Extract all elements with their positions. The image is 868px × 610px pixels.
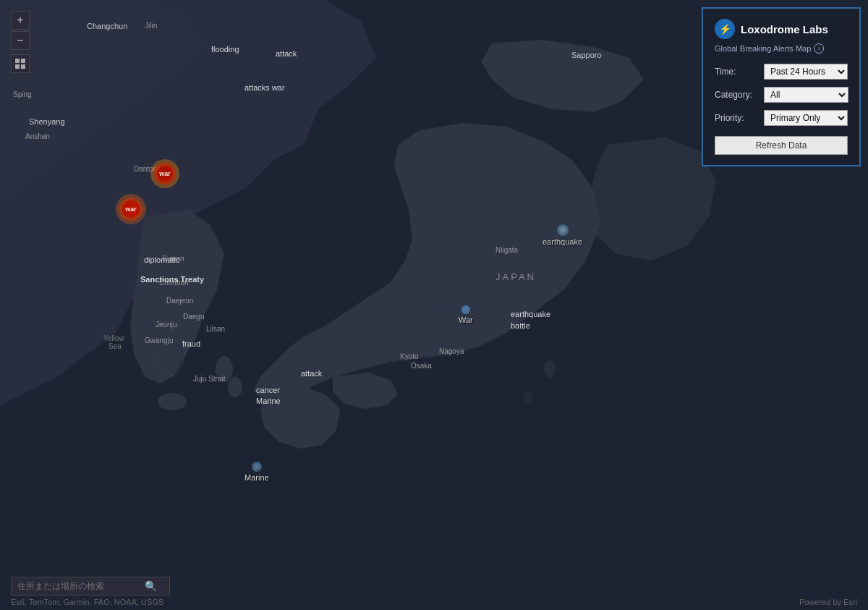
priority-row: Priority: All Primary Only Secondary Onl…	[715, 110, 848, 126]
search-bar[interactable]: 🔍	[11, 577, 170, 596]
category-label: Category:	[715, 90, 760, 100]
info-icon[interactable]: i	[814, 43, 824, 54]
time-select[interactable]: Past 1 Hour Past 6 Hours Past 12 Hours P…	[764, 64, 848, 80]
category-select[interactable]: All War Natural Disaster Politics Health…	[764, 87, 848, 103]
attribution-left: Esri, TomTom, Garmin, FAO, NOAA, USGS	[11, 598, 163, 606]
panel-header: ⚡ Loxodrome Labs	[715, 19, 848, 39]
alert-marine-dot: Marine	[244, 462, 269, 482]
panel-logo-icon: ⚡	[715, 19, 735, 39]
svg-point-4	[544, 360, 556, 378]
panel-subtitle: Global Breaking Alerts Map i	[715, 43, 848, 54]
refresh-button[interactable]: Refresh Data	[715, 136, 848, 155]
category-row: Category: All War Natural Disaster Polit…	[715, 87, 848, 103]
zoom-in-button[interactable]: +	[11, 11, 30, 30]
search-input[interactable]	[17, 581, 140, 591]
time-row: Time: Past 1 Hour Past 6 Hours Past 12 H…	[715, 64, 848, 80]
map-container: + − Changchun Jilin Sping Sapporo Shenya…	[0, 0, 868, 610]
war-marker-1: war	[150, 159, 179, 188]
panel-title: Loxodrome Labs	[741, 23, 828, 35]
alert-war-japan: War	[459, 305, 473, 324]
war-marker-2: war	[116, 194, 146, 224]
svg-rect-8	[15, 59, 20, 63]
grid-view-button[interactable]	[11, 54, 30, 73]
priority-label: Priority:	[715, 113, 760, 123]
svg-rect-11	[21, 64, 25, 69]
svg-rect-9	[21, 59, 25, 63]
zoom-out-button[interactable]: −	[11, 31, 30, 50]
svg-point-3	[158, 393, 187, 410]
svg-rect-10	[15, 64, 20, 69]
svg-point-2	[228, 377, 242, 397]
attribution-right: Powered by Esri	[799, 598, 857, 606]
zoom-controls: + −	[11, 11, 30, 73]
svg-point-1	[216, 356, 233, 382]
alert-earthquake-dot: earthquake	[542, 224, 582, 246]
time-label: Time:	[715, 67, 760, 77]
control-panel: ⚡ Loxodrome Labs Global Breaking Alerts …	[702, 7, 861, 166]
priority-select[interactable]: All Primary Only Secondary Only	[764, 110, 848, 126]
search-icon: 🔍	[145, 580, 157, 592]
svg-point-5	[524, 391, 532, 404]
